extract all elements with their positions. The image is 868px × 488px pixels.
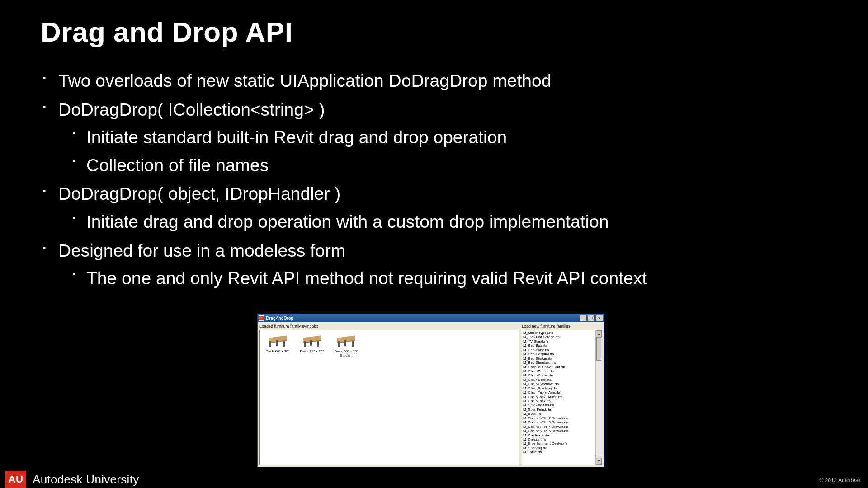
sub-bullet-item: The one and only Revit API method not re… [73,264,821,292]
scroll-up-button[interactable]: ▴ [596,330,602,337]
list-item[interactable]: M_Credenza.rfa [523,433,595,437]
brand-text: Autodesk University [33,473,139,487]
slide: Drag and Drop API Two overloads of new s… [0,0,868,488]
list-item[interactable]: M_Entertainment Center.rfa [523,441,595,446]
bullet-text: Initiate standard built-in Revit drag an… [86,127,507,147]
list-item[interactable]: M_Bed-Bunk.rfa [523,348,595,352]
slide-content: Two overloads of new static UIApplicatio… [43,67,821,293]
list-item[interactable]: M_Bed-Hospital.rfa [523,352,595,356]
maximize-button[interactable]: □ [588,315,595,321]
list-item[interactable]: M_Chair-Task (Arms).rfa [523,395,595,399]
bullet-item: Designed for use in a modeless form The … [43,237,821,292]
list-item[interactable]: M_Shelving.rfa [523,446,595,450]
list-item[interactable]: M_Smoking Urn.rfa [523,403,595,407]
scroll-track[interactable] [596,337,602,458]
thumb-label: Desk-72" x 36" [297,350,327,354]
list-item[interactable]: M_Bed-Box.rfa [523,343,595,347]
example-window: DragAndDrop _ □ × Loaded furniture famil… [257,314,604,467]
close-button[interactable]: × [596,315,603,321]
sub-bullet-list: Initiate standard built-in Revit drag an… [58,123,821,179]
right-panel: Load new furniture families: M_Mirror Ty… [522,324,602,465]
desk-icon [300,333,324,348]
family-listbox[interactable]: M_Mirror Types.rfaM_TV - Flat Screen.rfa… [522,330,602,465]
list-item[interactable]: M_Chair-Executive.rfa [523,382,595,386]
list-item[interactable]: M_Table.rfa [523,450,595,454]
right-panel-label: Load new furniture families: [522,324,602,328]
list-item[interactable]: M_TV - Flat Screen.rfa [523,335,595,339]
minimize-button[interactable]: _ [580,315,587,321]
list-item[interactable]: M_Bed-Standard.rfa [523,361,595,365]
left-panel: Loaded furniture family symbols: Desk-60… [259,324,519,465]
bullet-text: Designed for use in a modeless form [58,241,345,260]
list-items: M_Mirror Types.rfaM_TV - Flat Screen.rfa… [523,331,595,455]
bullet-text: Collection of file names [86,155,269,175]
family-thumb[interactable]: Desk-72" x 36" [297,333,327,354]
sub-bullet-item: Initiate drag and drop operation with a … [73,208,821,236]
family-thumb[interactable]: Desk-60" x 30" [263,333,292,354]
bullet-text: DoDragDrop( object, IDropHandler ) [58,184,340,203]
scroll-thumb[interactable] [596,337,601,361]
list-item[interactable]: M_Chair-Tablet Arm.rfa [523,390,595,394]
list-item[interactable]: M_Dresser.rfa [523,437,595,441]
list-item[interactable]: M_Chair-Task.rfa [523,399,595,403]
au-badge: AU [5,471,26,488]
thumb-label: Desk-60" x 30" Student [331,350,361,358]
list-item[interactable]: M_Mirror Types.rfa [523,331,595,335]
scrollbar[interactable]: ▴ ▾ [595,330,602,465]
sub-bullet-item: Collection of file names [73,151,821,179]
window-body: Loaded furniture family symbols: Desk-60… [258,322,604,467]
footer-left: AU Autodesk University [5,471,139,488]
window-title: DragAndDrop [266,316,293,321]
list-item[interactable]: M_Chair-Stacking.rfa [523,386,595,390]
bullet-text: DoDragDrop( ICollection<string> ) [58,100,325,119]
sub-bullet-list: Initiate drag and drop operation with a … [58,208,821,236]
bullet-item: Two overloads of new static UIApplicatio… [43,67,821,95]
desk-icon [266,333,289,348]
scroll-down-button[interactable]: ▾ [596,458,602,465]
bullet-item: DoDragDrop( object, IDropHandler ) Initi… [43,180,821,235]
bullet-text: Two overloads of new static UIApplicatio… [58,71,551,90]
bullet-text: Initiate drag and drop operation with a … [86,212,609,231]
list-item[interactable]: M_TV Stand.rfa [523,339,595,343]
list-item[interactable]: M_Sofa.rfa [523,412,595,416]
list-item[interactable]: M_Cabinet-File 3 Drawer.rfa [523,420,595,424]
list-item[interactable]: M_Sofa-Pensi.rfa [523,408,595,412]
left-panel-label: Loaded furniture family symbols: [259,324,519,328]
list-item[interactable]: M_Cabinet-File 4 Drawer.rfa [523,425,595,429]
bullet-list: Two overloads of new static UIApplicatio… [43,67,821,292]
list-item[interactable]: M_Chair-Desk.rfa [523,378,595,382]
bullet-text: The one and only Revit API method not re… [86,268,647,288]
slide-title: Drag and Drop API [41,16,292,48]
desk-icon [335,333,358,348]
icon-view[interactable]: Desk-60" x 30" Desk-72" x 36" Desk-60" x… [259,330,519,465]
thumb-label: Desk-60" x 30" [263,350,292,354]
copyright: © 2012 Autodesk [819,477,861,483]
window-titlebar[interactable]: DragAndDrop _ □ × [258,314,604,322]
sub-bullet-list: The one and only Revit API method not re… [58,264,821,292]
list-item[interactable]: M_Cabinet-File 2 Drawer.rfa [523,416,595,420]
list-item[interactable]: M_Bed-Shaker.rfa [523,357,595,361]
app-icon [259,315,264,321]
list-item[interactable]: M_Chair-Corbu.rfa [523,373,595,377]
list-item[interactable]: M_Chair-Breuer.rfa [523,369,595,373]
list-item[interactable]: M_Cabinet-File 5 Drawer.rfa [523,429,595,433]
bullet-item: DoDragDrop( ICollection<string> ) Initia… [43,96,821,179]
list-item[interactable]: M_Hospital Power Unit.rfa [523,365,595,369]
sub-bullet-item: Initiate standard built-in Revit drag an… [73,123,821,151]
family-thumb[interactable]: Desk-60" x 30" Student [331,333,361,358]
